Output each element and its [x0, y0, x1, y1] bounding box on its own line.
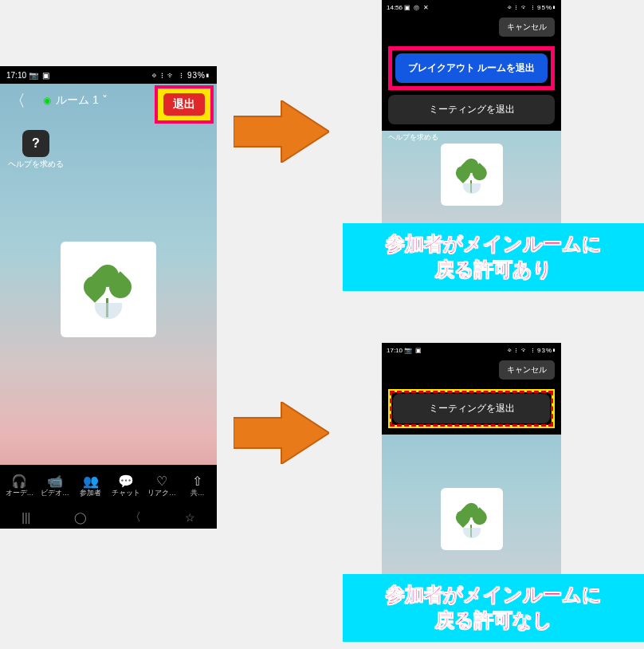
caption-allowed: 参加者がメインルームに 戻る許可あり — [343, 223, 644, 291]
cancel-button[interactable]: キャンセル — [499, 360, 555, 380]
status-right-icons: ⌾ ⋮ ᯤ ⫶ 93%▮ — [152, 71, 210, 80]
help-label[interactable]: ヘルプを求める — [382, 131, 561, 144]
clover-icon — [80, 262, 136, 317]
status-time: 14:56 — [387, 4, 402, 11]
toolbar-reactions[interactable]: ♡リアク… — [144, 474, 180, 498]
caption-denied-line1: 参加者がメインルームに — [386, 584, 602, 605]
participants-icon: 👥 — [73, 474, 108, 489]
status-right-icons: ⌾ ⋮ ᯤ ⫶ 95%▮ — [508, 4, 556, 11]
status-left-icons: 📷 ▣ — [29, 71, 50, 80]
heart-icon: ♡ — [144, 474, 180, 489]
highlight-dashed-box: ミーティングを退出 — [388, 389, 555, 428]
exit-button[interactable]: 退出 — [163, 93, 205, 116]
svg-marker-1 — [234, 402, 329, 464]
toolbar-audio-label: オーデ… — [6, 489, 34, 497]
arrow-icon-top — [234, 100, 329, 163]
room-title[interactable]: ルーム 1 ˅ — [56, 93, 108, 108]
toolbar-audio[interactable]: 🎧オーデ… — [2, 474, 37, 498]
cancel-row: キャンセル — [382, 14, 561, 40]
android-navbar: ||| ◯ 〈 ☆ — [0, 506, 217, 529]
shield-icon[interactable]: ◉ — [43, 95, 51, 106]
share-icon: ⇧ — [179, 474, 215, 489]
avatar — [61, 242, 156, 337]
phone-screenshot-top-right: 14:56 ▣ ◎ ✕ ⌾ ⋮ ᯤ ⫶ 95%▮ キャンセル ブレイクアウト ル… — [382, 0, 561, 223]
top-bar: 〈 ◉ ルーム 1 ˅ 退出 — [0, 84, 217, 117]
leave-menu: ミーティングを退出 — [382, 383, 561, 435]
nav-accessibility[interactable]: ☆ — [185, 511, 195, 524]
toolbar-share-label: 共… — [190, 489, 205, 497]
toolbar-video[interactable]: 📹ビデオ… — [37, 474, 73, 498]
nav-home[interactable]: ◯ — [74, 511, 87, 524]
toolbar-chat[interactable]: 💬チャット — [108, 474, 144, 498]
toolbar-reactions-label: リアク… — [147, 489, 176, 497]
avatar — [441, 144, 503, 206]
video-off-icon: 📹 — [37, 474, 73, 489]
status-right-icons: ⌾ ⋮ ᯤ ⫶ 93%▮ — [508, 347, 556, 354]
headphones-icon: 🎧 — [2, 474, 37, 489]
leave-breakout-button[interactable]: ブレイクアウト ルームを退出 — [395, 53, 548, 83]
status-bar: 14:56 ▣ ◎ ✕ ⌾ ⋮ ᯤ ⫶ 95%▮ — [382, 0, 561, 14]
status-bar: 17:10 📷 ▣ ⌾ ⋮ ᯤ ⫶ 93%▮ — [0, 66, 217, 84]
toolbar-video-label: ビデオ… — [41, 489, 69, 497]
caption-denied-line2: 戻る許可なし — [435, 609, 552, 631]
phone-screenshot-left: 17:10 📷 ▣ ⌾ ⋮ ᯤ ⫶ 93%▮ 〈 ◉ ルーム 1 ˅ 退出 ? … — [0, 66, 217, 529]
exit-highlight-box: 退出 — [155, 85, 214, 124]
toolbar-participants-label: 参加者 — [80, 489, 101, 497]
status-time: 17:10 — [6, 71, 26, 80]
caption-denied: 参加者がメインルームに 戻る許可なし — [343, 574, 644, 642]
chat-icon: 💬 — [108, 474, 144, 489]
phone-screenshot-bottom-right: 17:10 📷 ▣ ⌾ ⋮ ᯤ ⫶ 93%▮ キャンセル ミーティングを退出 — [382, 343, 561, 574]
clover-icon — [454, 501, 490, 537]
cancel-row: キャンセル — [382, 357, 561, 383]
nav-back[interactable]: 〈 — [130, 510, 141, 525]
arrow-icon-bottom — [234, 402, 329, 464]
toolbar-chat-label: チャット — [112, 489, 140, 497]
leave-meeting-button[interactable]: ミーティングを退出 — [393, 394, 550, 423]
toolbar-participants[interactable]: 👥参加者 — [73, 474, 108, 498]
status-left-icons: ▣ ◎ ✕ — [404, 4, 429, 11]
status-left-icons: 📷 ▣ — [404, 347, 422, 354]
bottom-toolbar: 🎧オーデ… 📹ビデオ… 👥参加者 💬チャット ♡リアク… ⇧共… — [0, 465, 217, 506]
caption-allowed-line1: 参加者がメインルームに — [386, 233, 602, 254]
back-icon[interactable]: 〈 — [5, 90, 30, 112]
nav-recents[interactable]: ||| — [22, 511, 30, 524]
cancel-button[interactable]: キャンセル — [499, 18, 555, 37]
help-button[interactable]: ? ヘルプを求める — [8, 130, 64, 170]
question-icon: ? — [22, 130, 49, 157]
toolbar-share[interactable]: ⇧共… — [179, 474, 215, 498]
avatar — [441, 488, 503, 550]
svg-marker-0 — [234, 100, 329, 163]
status-time: 17:10 — [387, 347, 402, 354]
leave-menu: ブレイクアウト ルームを退出 ミーティングを退出 — [382, 40, 561, 131]
status-bar: 17:10 📷 ▣ ⌾ ⋮ ᯤ ⫶ 93%▮ — [382, 343, 561, 357]
leave-meeting-button[interactable]: ミーティングを退出 — [388, 95, 555, 124]
caption-allowed-line2: 戻る許可あり — [435, 258, 552, 280]
clover-icon — [454, 156, 490, 193]
help-label: ヘルプを求める — [8, 159, 64, 170]
highlight-pink-box: ブレイクアウト ルームを退出 — [388, 46, 555, 90]
